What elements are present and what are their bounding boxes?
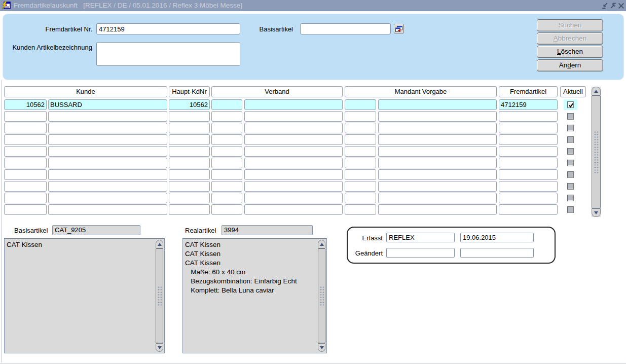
cell-kunde-nr[interactable] bbox=[4, 146, 47, 157]
cell-fremdartikel[interactable] bbox=[499, 146, 558, 157]
cell-mandant-nr[interactable] bbox=[345, 123, 376, 133]
cell-verband-name[interactable] bbox=[244, 134, 343, 145]
basisartikel-scrollbar-thumb[interactable] bbox=[156, 248, 163, 343]
geaendert-user-field[interactable] bbox=[386, 248, 455, 258]
cell-fremdartikel[interactable] bbox=[499, 169, 558, 180]
cell-haupt-kdnr[interactable] bbox=[169, 158, 210, 168]
close-icon[interactable] bbox=[617, 2, 625, 10]
cell-kunde-nr[interactable] bbox=[4, 158, 47, 168]
cell-kunde-name[interactable] bbox=[48, 134, 167, 145]
cell-mandant-name[interactable] bbox=[378, 146, 497, 157]
scroll-down-icon[interactable] bbox=[156, 343, 163, 352]
scroll-down-icon[interactable] bbox=[592, 208, 601, 217]
basisartikel-scrollbar[interactable] bbox=[156, 240, 163, 352]
cell-kunde-name[interactable]: BUSSARD bbox=[48, 99, 167, 110]
cell-haupt-kdnr[interactable] bbox=[169, 169, 210, 180]
cell-verband-nr[interactable] bbox=[211, 99, 242, 110]
aktuell-checkbox[interactable] bbox=[567, 195, 574, 201]
basisartikel-code-field[interactable]: CAT_9205 bbox=[52, 225, 140, 235]
cell-haupt-kdnr[interactable] bbox=[169, 123, 210, 133]
cell-fremdartikel[interactable] bbox=[499, 204, 558, 215]
cell-verband-nr[interactable] bbox=[211, 111, 242, 122]
cell-mandant-name[interactable] bbox=[378, 193, 497, 203]
cell-mandant-nr[interactable] bbox=[345, 158, 376, 168]
cell-mandant-nr[interactable] bbox=[345, 111, 376, 122]
aendern-button[interactable]: Ändern bbox=[537, 59, 603, 71]
cell-mandant-name[interactable] bbox=[378, 99, 497, 110]
cell-mandant-name[interactable] bbox=[378, 111, 497, 122]
maximize-icon[interactable] bbox=[609, 2, 617, 10]
cell-kunde-name[interactable] bbox=[48, 146, 167, 157]
cell-mandant-name[interactable] bbox=[378, 134, 497, 145]
cell-mandant-nr[interactable] bbox=[345, 204, 376, 215]
cell-mandant-nr[interactable] bbox=[345, 181, 376, 192]
aktuell-checkbox[interactable] bbox=[567, 171, 574, 178]
cell-kunde-nr[interactable] bbox=[4, 204, 47, 215]
cell-verband-name[interactable] bbox=[244, 111, 343, 122]
cell-mandant-name[interactable] bbox=[378, 158, 497, 168]
realartikel-code-field[interactable]: 3994 bbox=[222, 225, 313, 235]
cell-verband-nr[interactable] bbox=[211, 134, 242, 145]
aktuell-checkbox[interactable] bbox=[567, 101, 574, 108]
cell-verband-nr[interactable] bbox=[211, 193, 242, 203]
aktuell-checkbox[interactable] bbox=[567, 206, 574, 213]
cell-mandant-nr[interactable] bbox=[345, 134, 376, 145]
cell-kunde-name[interactable] bbox=[48, 158, 167, 168]
aktuell-checkbox[interactable] bbox=[567, 125, 574, 131]
basisartikel-text-area[interactable]: CAT Kissen bbox=[4, 238, 165, 353]
cell-haupt-kdnr[interactable]: 10562 bbox=[169, 99, 210, 110]
scroll-down-icon[interactable] bbox=[318, 343, 325, 352]
cell-verband-nr[interactable] bbox=[211, 204, 242, 215]
scroll-up-icon[interactable] bbox=[318, 240, 325, 248]
cell-kunde-nr[interactable] bbox=[4, 111, 47, 122]
kunden-artikelbezeichnung-input[interactable] bbox=[96, 42, 240, 66]
table-scrollbar[interactable] bbox=[592, 87, 601, 217]
cell-verband-name[interactable] bbox=[244, 181, 343, 192]
basisartikel-search-input[interactable] bbox=[300, 23, 391, 34]
geaendert-date-field[interactable] bbox=[460, 248, 534, 258]
cell-fremdartikel[interactable] bbox=[499, 134, 558, 145]
cell-mandant-nr[interactable] bbox=[345, 99, 376, 110]
realartikel-scrollbar[interactable] bbox=[318, 240, 325, 352]
loeschen-button[interactable]: Löschen bbox=[537, 46, 603, 58]
cell-verband-nr[interactable] bbox=[211, 181, 242, 192]
cell-haupt-kdnr[interactable] bbox=[169, 204, 210, 215]
cell-fremdartikel[interactable] bbox=[499, 181, 558, 192]
minimize-icon[interactable] bbox=[601, 2, 609, 10]
suchen-button[interactable]: Suchen bbox=[537, 19, 603, 31]
cell-kunde-name[interactable] bbox=[48, 204, 167, 215]
realartikel-text-area[interactable]: CAT Kissen CAT Kissen CAT Kissen Maße: 6… bbox=[182, 238, 327, 353]
cell-kunde-nr[interactable] bbox=[4, 181, 47, 192]
cell-mandant-nr[interactable] bbox=[345, 146, 376, 157]
cell-fremdartikel[interactable] bbox=[499, 158, 558, 168]
cell-mandant-name[interactable] bbox=[378, 181, 497, 192]
cell-kunde-nr[interactable] bbox=[4, 134, 47, 145]
table-scrollbar-thumb[interactable] bbox=[592, 95, 601, 208]
cell-kunde-name[interactable] bbox=[48, 181, 167, 192]
cell-verband-name[interactable] bbox=[244, 123, 343, 133]
cell-kunde-nr[interactable] bbox=[4, 193, 47, 203]
cell-verband-name[interactable] bbox=[244, 204, 343, 215]
cell-mandant-name[interactable] bbox=[378, 123, 497, 133]
cell-haupt-kdnr[interactable] bbox=[169, 111, 210, 122]
cell-verband-name[interactable] bbox=[244, 193, 343, 203]
cell-haupt-kdnr[interactable] bbox=[169, 146, 210, 157]
cell-verband-nr[interactable] bbox=[211, 158, 242, 168]
cell-haupt-kdnr[interactable] bbox=[169, 193, 210, 203]
cell-haupt-kdnr[interactable] bbox=[169, 134, 210, 145]
fremdartikel-nr-input[interactable] bbox=[96, 23, 240, 34]
erfasst-date-field[interactable]: 19.06.2015 bbox=[460, 233, 534, 242]
aktuell-checkbox[interactable] bbox=[567, 136, 574, 143]
cell-fremdartikel[interactable] bbox=[499, 193, 558, 203]
cell-kunde-name[interactable] bbox=[48, 123, 167, 133]
cell-verband-name[interactable] bbox=[244, 146, 343, 157]
abbrechen-button[interactable]: Abbrechen bbox=[537, 32, 603, 45]
cell-verband-nr[interactable] bbox=[211, 169, 242, 180]
cell-verband-name[interactable] bbox=[244, 99, 343, 110]
cell-verband-name[interactable] bbox=[244, 169, 343, 180]
cell-haupt-kdnr[interactable] bbox=[169, 181, 210, 192]
aktuell-checkbox[interactable] bbox=[567, 160, 574, 166]
aktuell-checkbox[interactable] bbox=[567, 183, 574, 190]
basisartikel-lov-button[interactable] bbox=[394, 24, 404, 33]
cell-fremdartikel[interactable] bbox=[499, 123, 558, 133]
